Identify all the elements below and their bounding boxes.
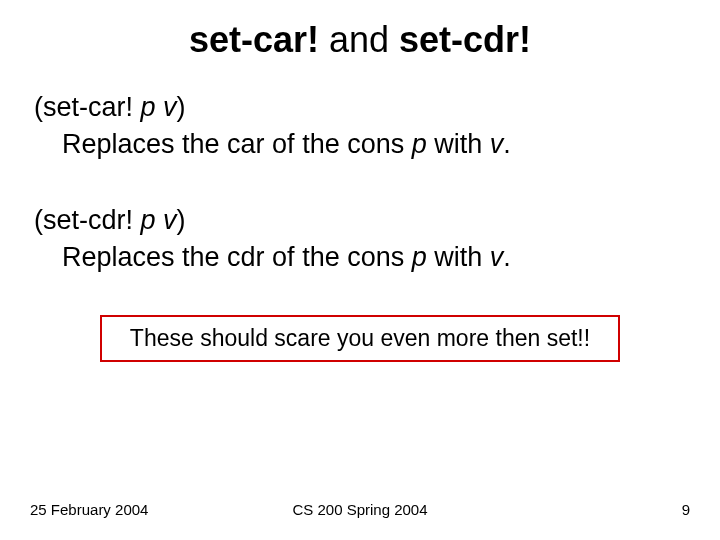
footer-date: 25 February 2004 <box>30 501 148 518</box>
sig-open: (set-car! <box>34 92 141 122</box>
sig-open: (set-cdr! <box>34 205 141 235</box>
desc-pre: Replaces the car of the cons <box>62 129 412 159</box>
desc-end: . <box>503 242 511 272</box>
sig-close: ) <box>177 205 186 235</box>
setcdr-block: (set-cdr! p v) Replaces the cdr of the c… <box>30 202 690 275</box>
sig-p: p <box>141 205 156 235</box>
desc-p: p <box>412 242 427 272</box>
title-and: and <box>319 19 399 60</box>
slide-content: (set-car! p v) Replaces the car of the c… <box>30 89 690 362</box>
sig-p: p <box>141 92 156 122</box>
sig-sp <box>156 92 164 122</box>
warning-text: These should scare you even more then se… <box>130 325 590 351</box>
slide-footer: 25 February 2004 CS 200 Spring 2004 9 <box>0 501 720 518</box>
slide: set-car! and set-cdr! (set-car! p v) Rep… <box>0 0 720 540</box>
sig-close: ) <box>177 92 186 122</box>
title-setcdr: set-cdr! <box>399 19 531 60</box>
setcar-block: (set-car! p v) Replaces the car of the c… <box>30 89 690 162</box>
title-setcar: set-car! <box>189 19 319 60</box>
setcdr-description: Replaces the cdr of the cons p with v. <box>30 239 690 275</box>
sig-v: v <box>163 205 177 235</box>
desc-with: with <box>427 242 490 272</box>
desc-with: with <box>427 129 490 159</box>
desc-v: v <box>490 129 504 159</box>
warning-box: These should scare you even more then se… <box>100 315 620 362</box>
sig-sp <box>156 205 164 235</box>
desc-pre: Replaces the cdr of the cons <box>62 242 412 272</box>
slide-title: set-car! and set-cdr! <box>30 18 690 61</box>
sig-v: v <box>163 92 177 122</box>
setcar-description: Replaces the car of the cons p with v. <box>30 126 690 162</box>
desc-end: . <box>503 129 511 159</box>
setcar-signature: (set-car! p v) <box>30 89 690 125</box>
footer-page: 9 <box>682 501 690 518</box>
setcdr-signature: (set-cdr! p v) <box>30 202 690 238</box>
desc-v: v <box>490 242 504 272</box>
desc-p: p <box>412 129 427 159</box>
